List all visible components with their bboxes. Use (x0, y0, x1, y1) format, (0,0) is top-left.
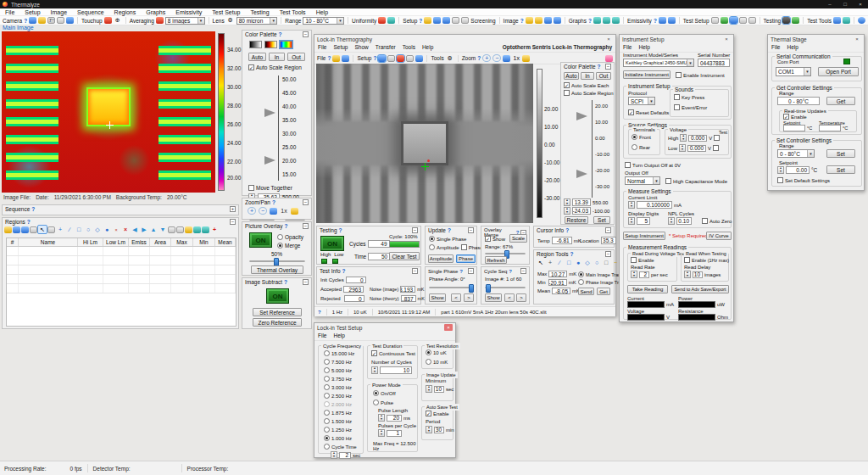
display-digits-spinner[interactable]: ▲▼ (628, 217, 635, 225)
phase-angle-slider[interactable] (429, 287, 473, 288)
lockin-wrench-icon[interactable] (406, 55, 414, 62)
current-limit-field[interactable]: 0.100000 (637, 201, 672, 209)
lockin-zoom-help-icon[interactable]: ? (477, 55, 481, 61)
read-rate-spinner[interactable]: ▲▼ (631, 271, 637, 278)
camera-calibrate-icon[interactable] (38, 17, 46, 24)
com-port-select[interactable]: COM1▼ (776, 67, 811, 76)
update-help-icon[interactable]: ? (448, 227, 451, 233)
rt-polygon-icon[interactable]: ◇ (583, 259, 592, 266)
turn-output-off-checkbox[interactable] (625, 162, 631, 168)
set-range-button[interactable]: Set (826, 149, 855, 158)
update-single-phase-radio[interactable] (429, 236, 435, 242)
lockin-setup-help-icon[interactable]: ? (373, 55, 376, 61)
npl-spinner[interactable]: ▲▼ (668, 217, 675, 225)
low-test-checkbox[interactable] (713, 145, 719, 151)
open-port-button[interactable]: Open Port (818, 67, 859, 76)
uniformity-palette-icon[interactable] (387, 17, 395, 24)
test-setup-notes-icon[interactable] (748, 17, 756, 24)
lockin-marker-icon[interactable] (605, 55, 613, 62)
protocol-caret-icon[interactable]: ▼ (648, 98, 654, 104)
cycle-seq-show-button[interactable]: Show (485, 293, 502, 302)
pulse-length-field[interactable]: 20 (387, 415, 402, 422)
image-subtract-on-button[interactable]: ON (266, 288, 289, 304)
menu-testing[interactable]: Testing (245, 9, 274, 15)
rt-freeform-icon[interactable]: ○ (593, 259, 601, 266)
setup-export-icon[interactable] (442, 17, 450, 24)
rt-marker-icon[interactable]: □ (602, 259, 610, 266)
palette-help-icon[interactable]: ? (279, 31, 282, 37)
test-setup-lockin-icon[interactable] (730, 17, 737, 24)
rt-pointer-icon[interactable]: ↖ (537, 259, 545, 266)
rt-ellipse-icon[interactable]: ● (574, 259, 582, 266)
lens-gear-icon[interactable]: ⚙ (226, 17, 235, 25)
picture-overlay-help-icon[interactable]: ? (284, 223, 287, 229)
high-field[interactable]: 0.000 (688, 135, 707, 142)
phase-image-transfer-radio[interactable] (578, 279, 584, 285)
picture-overlay-on-button[interactable]: ON (249, 232, 272, 248)
regions-move-icon[interactable] (47, 226, 55, 233)
menu-help[interactable]: Help (311, 9, 333, 15)
regions-help-icon[interactable]: ? (27, 219, 31, 225)
testing-run-icon[interactable] (782, 17, 790, 24)
testing-on-button[interactable]: ON (320, 236, 344, 251)
lockin-hi-spinner[interactable]: ▲▼ (564, 198, 570, 206)
merge-radio[interactable] (277, 243, 283, 249)
touchup-toggle-icon[interactable] (104, 17, 112, 24)
menu-setup[interactable]: Setup (19, 9, 45, 15)
averaging-caret-icon[interactable]: ▼ (198, 18, 204, 24)
setpoint-field[interactable]: 0.00 (786, 166, 810, 174)
freq-1500-radio[interactable] (324, 418, 330, 424)
lockin-zoom-fit-icon[interactable] (503, 55, 510, 62)
regions-draw-ellipse-icon[interactable]: ○ (84, 226, 92, 233)
on-off-radio[interactable] (373, 390, 379, 396)
iv-curve-button[interactable]: IV Curve (706, 232, 732, 240)
menu-sequence[interactable]: Sequence (72, 9, 109, 15)
regions-draw-line-icon[interactable]: ∕ (65, 226, 74, 233)
lockin-hi-field[interactable]: 13.39 (572, 198, 591, 206)
col-area[interactable]: Area (150, 238, 171, 246)
zoom-in-icon[interactable]: + (248, 207, 256, 215)
minimum-spinner[interactable]: ▲▼ (426, 385, 432, 393)
camera-help-icon[interactable]: ? (24, 18, 27, 24)
menu-regions[interactable]: Regions (109, 9, 142, 15)
ppc-field[interactable]: 1 (387, 430, 402, 437)
graphs-bar-icon[interactable] (603, 17, 610, 24)
high-spinner[interactable]: ▲▼ (680, 134, 687, 142)
rt-line-icon[interactable]: ∕ (555, 259, 564, 266)
palette-rainbow-icon[interactable] (280, 41, 292, 48)
emissivity-table-icon[interactable] (659, 17, 666, 24)
lockin-menu-file[interactable]: File (318, 44, 326, 50)
set-range-select[interactable]: 0 - 80°C▼ (777, 149, 815, 158)
test-setup-doc-icon[interactable] (711, 17, 719, 24)
rt-get-button[interactable]: Get (597, 288, 610, 295)
regions-move-down-icon[interactable]: ▼ (159, 226, 167, 233)
region-tools-collapse-icon[interactable]: − (605, 251, 611, 257)
image-subtract-collapse-icon[interactable]: − (303, 279, 309, 285)
protocol-select[interactable]: SCPI▼ (628, 97, 655, 105)
regions-send-graph-icon[interactable] (193, 226, 201, 233)
lockin-pan-hand-icon[interactable] (522, 55, 530, 62)
camera-temp-icon[interactable]: T° (47, 17, 55, 24)
key-press-checkbox[interactable] (674, 94, 680, 100)
take-reading-button[interactable]: Take Reading (627, 285, 668, 293)
regions-move-left-icon[interactable]: ◀ (131, 226, 139, 233)
testing-help-icon[interactable]: ? (339, 227, 342, 233)
col-emiss[interactable]: Emiss (129, 238, 150, 246)
lockin-auto-scale-region-checkbox[interactable] (564, 90, 570, 96)
uniformity-toggle-icon[interactable] (378, 17, 386, 24)
image-folder-icon[interactable] (535, 17, 542, 24)
lockin-menu-tools[interactable]: Tools (403, 44, 415, 50)
main-image-transfer-radio[interactable] (578, 271, 584, 277)
lockin-close-icon[interactable]: × (604, 36, 613, 42)
cursor-info-collapse-icon[interactable]: − (605, 227, 611, 233)
instrument-close-icon[interactable]: × (722, 36, 731, 42)
camera-lock-icon[interactable] (57, 17, 64, 24)
sequence-help-icon[interactable]: ? (31, 206, 35, 212)
enable-instrument-checkbox[interactable] (676, 72, 682, 78)
lockin-zoom-1x-icon[interactable]: 1x (512, 54, 520, 62)
test-info-collapse-icon[interactable]: − (412, 268, 418, 274)
table-row[interactable] (7, 256, 236, 265)
rt-enable-checkbox[interactable]: ✓ (783, 114, 789, 120)
lockin-palette-restore-button[interactable]: Restore (565, 216, 588, 224)
main-thermal-image[interactable] (2, 31, 215, 193)
